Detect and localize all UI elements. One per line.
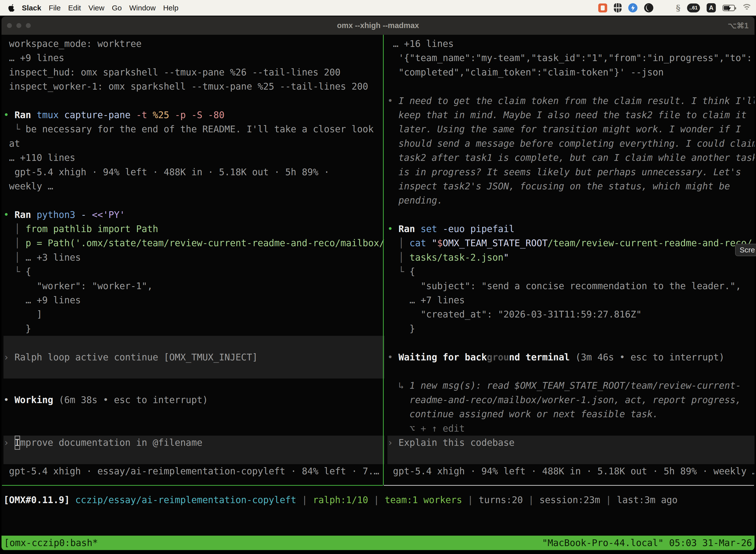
terminal-line: "subject": "send a concise recommendatio…: [387, 279, 755, 293]
terminal-line: inspect_hud: omx sparkshell --tmux-pane …: [3, 65, 384, 79]
window-shortcut: ⌥⌘1: [728, 16, 749, 35]
tmux-pane-left[interactable]: workspace_mode: worktree … +9 lines insp…: [3, 37, 384, 478]
terminal-line: [3, 94, 384, 108]
omx-status-line: [OMX#0.11.9] cczip/essay/ai-reimplementa…: [3, 493, 753, 507]
terminal-line: ]: [3, 307, 384, 321]
terminal-line: [3, 379, 384, 393]
terminal-line: │ cat "$OMX_TEAM_STATE_ROOT/team/review-…: [387, 236, 755, 250]
moon-circle-icon[interactable]: [644, 3, 653, 12]
terminal-line: [387, 365, 755, 379]
tmux-pane-right[interactable]: … +16 lines '{"team_name":"my-team","tas…: [387, 37, 755, 478]
menu-item-edit[interactable]: Edit: [68, 4, 81, 12]
badge-61-icon[interactable]: ..61: [687, 3, 700, 12]
tmux-pane-border-active: [2, 485, 383, 486]
menu-item-window[interactable]: Window: [129, 4, 156, 12]
prompt-bar-line: [3, 450, 384, 464]
prompt-bar-line: [3, 365, 384, 379]
terminal-line: … +7 lines: [387, 293, 755, 307]
terminal-line: workspace_mode: worktree: [3, 37, 384, 51]
menu-item-help[interactable]: Help: [163, 4, 179, 12]
terminal-line: "completed","claim_token":"claim-token"}…: [387, 65, 755, 79]
tmux-session-label: [omx-cczip0:bash*: [4, 538, 98, 548]
prompt-bar-line: [3, 336, 384, 350]
prompt-bar-line: › Ralph loop active continue [OMX_TMUX_I…: [3, 350, 384, 365]
terminal-line: └ {: [3, 265, 384, 279]
terminal-line: inspect task2's JSON, focusing on the st…: [387, 179, 755, 193]
terminal-line: inspect_worker-1: omx sparkshell --tmux-…: [3, 79, 384, 94]
wifi-icon[interactable]: [742, 4, 752, 12]
terminal-line: └ {: [387, 265, 755, 279]
terminal-line: weekly …: [3, 179, 384, 193]
tmux-pane-border-inactive: [384, 485, 754, 486]
terminal-line: later. Using the same for transition mig…: [387, 122, 755, 136]
terminal-line: ↳ 1 new msg(s): read $OMX_TEAM_STATE_ROO…: [387, 379, 755, 393]
tmux-status-bar: [omx-cczip0:bash* "MacBook-Pro-44.local"…: [1, 536, 755, 550]
terminal-line: pending.: [387, 193, 755, 208]
terminal-line: │ p = Path('.omx/state/team/review-curre…: [3, 236, 384, 250]
terminal-line: }: [387, 322, 755, 336]
menu-items: Slack FileEditViewGoWindowHelp: [22, 4, 178, 12]
terminal-line: • I need to get the claim token from the…: [387, 94, 755, 108]
chat-app-icon[interactable]: [598, 3, 607, 12]
terminal-line: keep that in mind. Maybe I also need the…: [387, 108, 755, 122]
input-source-icon[interactable]: A: [707, 3, 716, 12]
terminal-line: ⌥ + ↑ edit: [387, 422, 755, 436]
terminal-line: │ from pathlib import Path: [3, 222, 384, 236]
terminal-line: task2 after task1 is complete, but can I…: [387, 151, 755, 165]
terminal-line: … +9 lines: [3, 293, 384, 307]
terminal-line: • Working (6m 38s • esc to interrupt): [3, 393, 384, 407]
terminal-line: │ … +3 lines: [3, 251, 384, 265]
tmux-pane-divider[interactable]: [383, 35, 384, 485]
menu-item-view[interactable]: View: [88, 4, 104, 12]
screen: Slack FileEditViewGoWindowHelp § ..61 A: [0, 0, 756, 554]
terminal-window: omx --xhigh --madmax ⌥⌘1 workspace_mode:…: [1, 16, 755, 551]
terminal-line: [387, 208, 755, 222]
terminal-line: [3, 193, 384, 208]
terminal-line: └ be necessary for the end of the README…: [3, 122, 384, 136]
text-cursor: I: [15, 436, 20, 450]
terminal-line: [3, 422, 384, 436]
menu-item-file[interactable]: File: [49, 4, 61, 12]
prompt-bar-line: › Explain this codebase: [387, 436, 755, 450]
menu-bar: Slack FileEditViewGoWindowHelp § ..61 A: [0, 0, 756, 16]
menu-app-name[interactable]: Slack: [22, 4, 41, 12]
terminal-line: is in progress? It seems likely but perh…: [387, 165, 755, 179]
window-title: omx --xhigh --madmax: [1, 16, 755, 35]
terminal-line: • Ran tmux capture-pane -t %25 -p -S -80: [3, 108, 384, 122]
bolt-circle-icon[interactable]: [628, 3, 637, 12]
apple-logo-icon[interactable]: [8, 4, 15, 12]
terminal-line: [3, 407, 384, 421]
battery-icon[interactable]: [722, 5, 735, 11]
terminal-line: … +9 lines: [3, 51, 384, 65]
prompt-bar-line: › Improve documentation in @filename: [3, 436, 384, 450]
terminal-line: │ tasks/task-2.json": [387, 251, 755, 265]
prompt-bar-line: [387, 450, 755, 464]
terminal-line: gpt-5.4 xhigh · 94% left · 488K in · 5.1…: [3, 165, 384, 179]
terminal-line: "created_at": "2026-03-31T11:59:27.816Z": [387, 307, 755, 321]
terminal-line: continue assigned work or next feasible …: [387, 407, 755, 421]
terminal-line: '{"team_name":"my-team","task_id":"1","f…: [387, 51, 755, 65]
terminal-line: • Ran python3 - <<'PY': [3, 208, 384, 222]
screenshot-tooltip: Scre: [735, 244, 756, 256]
terminal-line: }: [3, 322, 384, 336]
menu-item-go[interactable]: Go: [112, 4, 122, 12]
terminal-line: readme-and-reco/mailbox/worker-1.json, a…: [387, 393, 755, 407]
terminal-line: • Waiting for background terminal (3m 46…: [387, 350, 755, 365]
terminal-line: at: [3, 136, 384, 151]
terminal-line: … +110 lines: [3, 151, 384, 165]
terminal-line: … +16 lines: [387, 37, 755, 51]
window-title-bar[interactable]: omx --xhigh --madmax ⌥⌘1: [1, 16, 755, 35]
tmux-host-clock: "MacBook-Pro-44.local" 05:03 31-Mar-26: [542, 538, 752, 548]
terminal-line: gpt-5.4 xhigh · 94% left · 488K in · 5.1…: [387, 464, 755, 478]
terminal-line: • Ran set -euo pipefail: [387, 222, 755, 236]
dots-grid-icon[interactable]: [660, 3, 669, 12]
shield-grid-icon[interactable]: [614, 3, 622, 12]
menu-bar-status-icons: § ..61 A: [598, 3, 756, 13]
terminal-line: should send a message before completing …: [387, 136, 755, 151]
terminal-line: "worker": "worker-1",: [3, 279, 384, 293]
terminal-line: gpt-5.4 xhigh · essay/ai-reimplementatio…: [3, 464, 384, 478]
terminal-line: [387, 79, 755, 94]
terminal-line: [387, 336, 755, 350]
squiggle-icon[interactable]: §: [676, 3, 680, 13]
